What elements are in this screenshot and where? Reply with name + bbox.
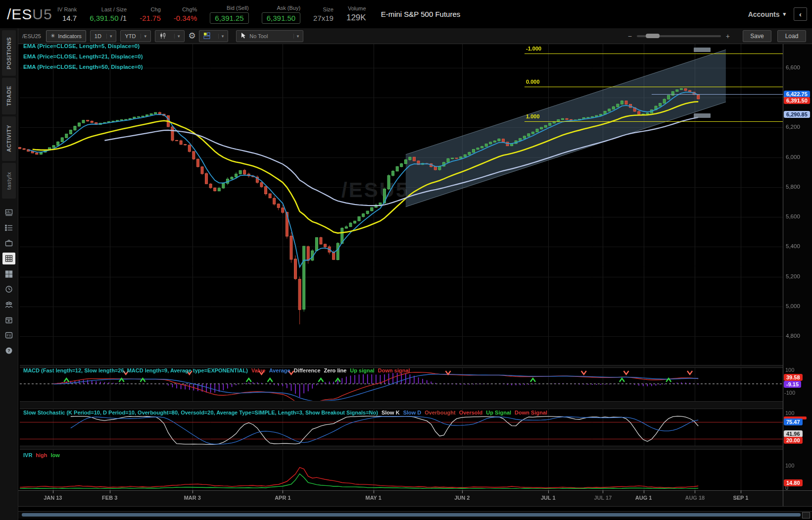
zoom-control: − + xyxy=(628,32,730,40)
field-size: Size 27x19 xyxy=(313,6,334,22)
zoom-out-button[interactable]: − xyxy=(628,32,632,40)
chart-toolbar: /ESU25 ✳ Indicators 1D ▾ YTD ▾ ▾ ⚙ ▾ No … xyxy=(18,28,812,44)
field-volume: Volume 129K xyxy=(346,5,366,23)
chevron-down-icon: ▾ xyxy=(218,34,224,39)
accounts-menu[interactable]: Accounts ▾ xyxy=(748,10,786,18)
quote-header: /ESU5 IV Rank 14.7 Last / Size 6,391.50 … xyxy=(0,0,812,28)
toolbar-symbol-label: /ESU25 xyxy=(22,33,41,39)
sidebar-tab-activity[interactable]: ACTIVITY xyxy=(2,116,16,161)
range-dropdown[interactable]: YTD ▾ xyxy=(120,30,151,42)
spreadsheet-grid-icon[interactable] xyxy=(2,253,15,264)
symbol-root: /ES xyxy=(7,6,32,22)
indicators-button[interactable]: ✳ Indicators xyxy=(46,30,86,42)
field-last-size: Last / Size 6,391.50 /1 xyxy=(90,6,127,22)
chevron-down-icon: ▾ xyxy=(141,34,146,39)
calendar-restore-icon[interactable] xyxy=(2,314,15,326)
chevron-down-icon: ▾ xyxy=(174,34,180,39)
svg-text:?: ? xyxy=(7,348,10,353)
sidebar-tab-tastyfx[interactable]: tastyfx xyxy=(2,163,16,199)
grid-layout-icon xyxy=(203,32,210,40)
chevron-down-icon: ▾ xyxy=(293,34,299,39)
timeframe-dropdown[interactable]: 1D ▾ xyxy=(90,30,117,42)
indicators-flower-icon: ✳ xyxy=(50,33,55,39)
field-chg: Chg -21.75 xyxy=(140,6,161,22)
chart-type-dropdown[interactable]: ▾ xyxy=(155,30,185,42)
report-chart-icon[interactable] xyxy=(2,207,15,218)
help-icon[interactable]: ? xyxy=(2,345,15,357)
sidebar-tab-positions[interactable]: POSITIONS xyxy=(2,30,16,76)
zoom-slider[interactable] xyxy=(637,35,721,37)
blocks-grid-icon[interactable] xyxy=(2,268,15,280)
price-chart-canvas[interactable] xyxy=(0,0,812,520)
chart-settings-button[interactable]: ⚙ xyxy=(189,31,196,41)
drawing-tool-dropdown[interactable]: No Tool ▾ xyxy=(236,30,303,42)
instrument-description: E-mini S&P 500 Futures xyxy=(381,10,461,18)
svg-text:FX: FX xyxy=(6,333,11,338)
watchlist-icon[interactable] xyxy=(2,222,15,234)
chevron-down-icon: ▾ xyxy=(783,11,786,17)
left-sidebar: POSITIONS TRADE ACTIVITY tastyfx FX ? xyxy=(0,28,18,520)
bid-button[interactable]: Bid (Sell) 6,391.25 xyxy=(210,5,248,24)
field-iv-rank: IV Rank 14.7 xyxy=(57,6,77,22)
save-button[interactable]: Save xyxy=(743,30,771,42)
forex-icon[interactable]: FX xyxy=(2,329,15,341)
history-clock-icon[interactable] xyxy=(2,283,15,295)
sidebar-tab-trade[interactable]: TRADE xyxy=(2,78,16,114)
field-chg-pct: Chg% -0.34% xyxy=(174,6,197,22)
cursor-icon xyxy=(240,32,246,40)
community-icon[interactable] xyxy=(2,299,15,311)
load-button[interactable]: Load xyxy=(777,30,806,42)
symbol-title: /ESU5 xyxy=(7,6,57,23)
zoom-in-button[interactable]: + xyxy=(726,32,730,40)
tv-icon[interactable] xyxy=(2,237,15,249)
zoom-slider-thumb[interactable] xyxy=(646,34,660,38)
chevron-down-icon: ▾ xyxy=(106,34,112,39)
grid-layout-dropdown[interactable]: ▾ xyxy=(199,30,229,42)
symbol-expiry: U5 xyxy=(32,6,52,22)
collapse-panel-button[interactable]: ‹ xyxy=(794,7,807,21)
ask-button[interactable]: Ask (Buy) 6,391.50 xyxy=(262,5,300,24)
candlestick-icon xyxy=(159,32,166,40)
